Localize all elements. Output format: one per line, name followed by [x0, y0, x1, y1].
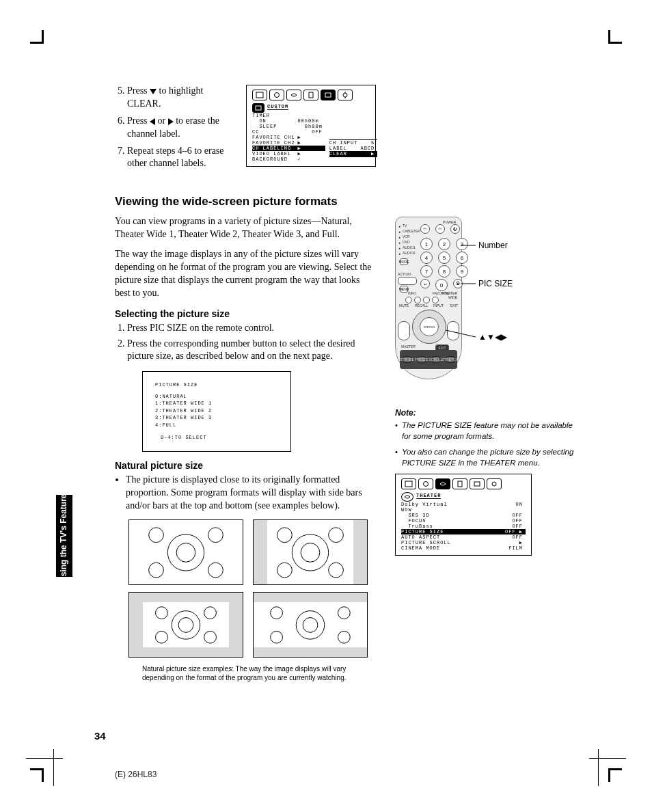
- natural-bullet: The picture is displayed close to its or…: [126, 474, 375, 513]
- tab-icon: [269, 90, 284, 100]
- note-item: The PICTURE SIZE feature may not be avai…: [402, 420, 580, 442]
- psize-hint: 0–4:TO SELECT: [161, 434, 278, 442]
- note-heading: Note:: [395, 408, 580, 418]
- remote-label: CABLE/SAT: [403, 229, 421, 233]
- strobe-button: STROBE: [403, 356, 411, 363]
- step-7: Repeat steps 4–6 to erase other channel …: [127, 145, 234, 171]
- down-arrow-icon: [150, 89, 157, 94]
- example-letterbox: [253, 592, 368, 658]
- steps-list: Press to highlight CLEAR. Press or to er…: [127, 85, 234, 170]
- num-2: 2: [438, 238, 450, 250]
- crop-mark-br: [596, 756, 622, 782]
- callout-number: Number: [478, 241, 508, 250]
- num-4: 4: [420, 252, 433, 264]
- svg-point-10: [167, 534, 204, 570]
- tab-icon-active: [321, 90, 336, 100]
- psize-line: 3:THEATER WIDE 3: [155, 414, 278, 422]
- right-arrow-icon: [168, 118, 174, 125]
- svg-point-17: [301, 543, 320, 562]
- body-paragraph: You can view programs in a variety of pi…: [115, 215, 375, 241]
- num-5: 5: [438, 252, 450, 264]
- remote-label: MASTER: [401, 344, 416, 349]
- remote-label: AUDIO1: [403, 245, 416, 249]
- svg-rect-35: [458, 481, 462, 487]
- cut-line: [26, 758, 63, 759]
- step-5: Press to highlight CLEAR.: [127, 85, 234, 111]
- footer-model: (E) 26HL83: [115, 770, 157, 779]
- remote-label: DVD: [403, 240, 410, 244]
- osd-tab-row: [401, 478, 526, 489]
- psize-title: PICTURE SIZE: [155, 381, 278, 389]
- remote-label: MUTE: [399, 303, 409, 308]
- svg-point-6: [149, 527, 164, 542]
- svg-point-9: [208, 563, 223, 578]
- section-heading: Viewing the wide-screen picture formats: [115, 195, 580, 208]
- num-9: 9: [456, 265, 468, 278]
- note-item: You also can change the picture size by …: [402, 447, 580, 468]
- svg-point-1: [275, 93, 280, 98]
- remote-dark-row: MASTER STROBE FREEZE SCROLL STRETCH: [400, 350, 457, 369]
- remote-small-btn: ⦿: [453, 279, 463, 288]
- svg-point-12: [277, 527, 293, 542]
- osd-right-table: CH INPUT5 LABELABCD CLEAR▶: [329, 139, 377, 157]
- crop-mark-bl: [30, 756, 56, 782]
- svg-point-4: [343, 93, 347, 97]
- action-pill: [398, 277, 417, 285]
- mode-button: MODE: [400, 258, 408, 265]
- example-sidebars-letterbox: [128, 592, 243, 658]
- osd-picture-size: PICTURE SIZE 0:NATURAL 1:THEATER WIDE 1 …: [142, 371, 291, 452]
- svg-point-25: [338, 606, 350, 619]
- psize-line: 4:FULL: [155, 422, 278, 429]
- svg-point-24: [271, 606, 283, 619]
- svg-point-26: [271, 631, 283, 643]
- svg-point-27: [338, 631, 350, 643]
- vol-rocker: [398, 321, 410, 340]
- ch-rocker: [447, 321, 459, 340]
- svg-point-8: [149, 563, 164, 578]
- scroll-button: SCROLL: [432, 356, 440, 363]
- remote-label: RECALL: [415, 303, 428, 308]
- svg-point-37: [492, 482, 496, 486]
- crop-mark-tl: [30, 30, 56, 56]
- svg-point-34: [424, 482, 429, 487]
- example-plain: [128, 519, 243, 585]
- cut-line: [589, 758, 626, 759]
- sel-step-2: Press the corresponding number button to…: [127, 338, 375, 364]
- osd-custom-menu: CUSTOM TIMER ON00h00m SLEEP 0h00m CCOFF …: [246, 85, 376, 167]
- sub-heading: Selecting the picture size: [115, 308, 375, 319]
- tab-icon: [401, 478, 416, 489]
- svg-rect-2: [309, 92, 313, 98]
- osd-theater-menu: THEATER Dolby VirtualON WOW SRS 3DOFF FO…: [395, 474, 532, 556]
- svg-point-13: [329, 527, 344, 542]
- tab-icon: [452, 478, 467, 489]
- tab-icon: [487, 478, 502, 489]
- svg-point-22: [172, 610, 200, 638]
- osd-title: THEATER: [416, 493, 441, 499]
- svg-point-28: [296, 610, 324, 638]
- num-1: 1: [420, 238, 433, 250]
- svg-rect-3: [325, 93, 331, 97]
- num-0: 0: [435, 279, 448, 291]
- osd-theater-table: Dolby VirtualON WOW SRS 3DOFF FOCUSOFF T…: [401, 502, 526, 551]
- remote-label: ACTION: [398, 272, 411, 276]
- psize-line: 2:THEATER WIDE 2: [155, 407, 278, 415]
- tab-icon: [303, 90, 318, 100]
- num-7: 7: [420, 265, 433, 278]
- svg-rect-5: [256, 106, 261, 110]
- remote-label: AUDIO2: [403, 251, 416, 255]
- step-text: or: [155, 116, 168, 126]
- body-paragraph: The way the image displays in any of the…: [115, 248, 375, 300]
- chapter-tab: Using the TV's Features: [56, 495, 72, 577]
- remote-small-btn: ↩: [420, 279, 430, 288]
- psize-line: 0:NATURAL: [155, 393, 278, 401]
- num-6: 6: [456, 252, 468, 264]
- svg-point-11: [176, 543, 195, 562]
- remote-label: EXIT: [450, 303, 458, 308]
- examples-caption: Natural picture size examples: The way t…: [142, 664, 375, 682]
- crop-mark-tr: [596, 30, 622, 56]
- svg-point-14: [277, 563, 293, 578]
- enter-button: ENTER: [420, 317, 439, 336]
- remote-label: THEATER WIDE: [439, 291, 457, 299]
- tab-icon-active: [435, 478, 450, 489]
- svg-point-15: [329, 563, 344, 578]
